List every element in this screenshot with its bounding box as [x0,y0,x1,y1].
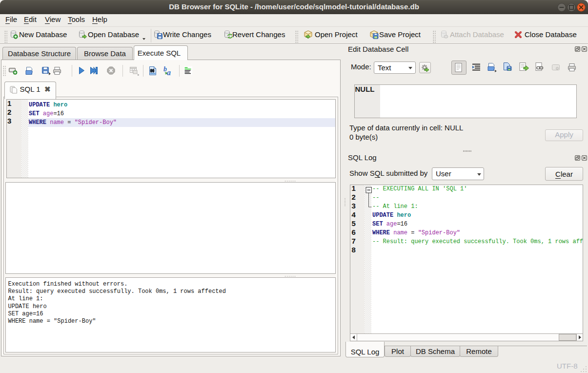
svg-text:b: b [163,65,167,73]
svg-text:a: a [167,68,171,76]
